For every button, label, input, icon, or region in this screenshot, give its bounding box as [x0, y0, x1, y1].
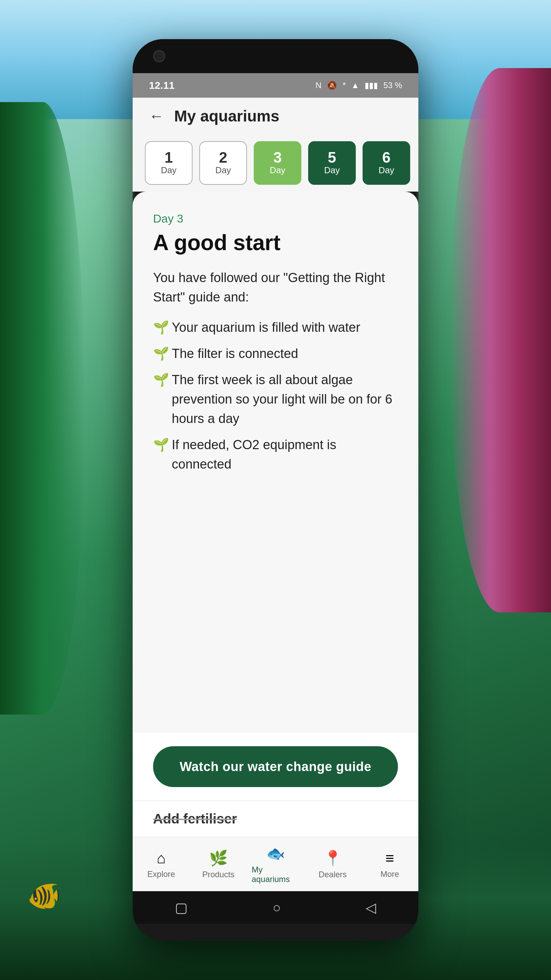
android-nav-bar: ▢ ○ ◁ — [133, 891, 418, 924]
day-tabs-container: 1 Day 2 Day 3 Day 5 Day 6 Day — [133, 134, 418, 192]
day-tab-6[interactable]: 6 Day — [362, 141, 410, 185]
plant-emoji-3: 🌱 — [153, 370, 169, 390]
watch-guide-button[interactable]: Watch our water change guide — [153, 746, 398, 787]
products-icon: 🌿 — [209, 850, 228, 867]
day-number-3: 3 — [273, 150, 282, 165]
day-number-1: 1 — [165, 150, 173, 165]
plant-emoji-4: 🌱 — [153, 435, 169, 455]
bullet-text-4: If needed, CO2 equipment is connected — [172, 435, 398, 474]
nav-item-more[interactable]: ≡ More — [366, 850, 414, 879]
day-label-2: Day — [215, 165, 231, 176]
day-label-1: Day — [161, 165, 176, 176]
android-home-button[interactable]: ○ — [272, 900, 281, 915]
day-label-3: Day — [270, 165, 285, 176]
day-number-5: 5 — [328, 150, 336, 165]
phone-frame: 12.11 N 🔕 * ▲ ▮▮▮ 53 % ← My aquariums 1 … — [133, 39, 418, 941]
fish-decoration: 🐠 — [27, 880, 61, 912]
bullet-item-1: 🌱 Your aquarium is filled with water — [153, 318, 398, 337]
day-label-5: Day — [324, 165, 340, 176]
nav-item-explore[interactable]: ⌂ Explore — [137, 850, 185, 879]
left-plant-decoration — [0, 102, 85, 714]
wifi-icon: ▲ — [351, 81, 359, 90]
day-tab-2[interactable]: 2 Day — [199, 141, 247, 185]
plant-emoji-2: 🌱 — [153, 344, 169, 363]
signal-icon: ▮▮▮ — [365, 81, 378, 90]
bullet-item-2: 🌱 The filter is connected — [153, 344, 398, 363]
bullet-text-2: The filter is connected — [172, 344, 298, 363]
nav-item-dealers[interactable]: 📍 Dealers — [309, 850, 356, 879]
plant-emoji-1: 🌱 — [153, 318, 169, 337]
day-tab-3[interactable]: 3 Day — [254, 141, 301, 185]
bullet-item-3: 🌱 The first week is all about algae prev… — [153, 370, 398, 428]
nav-label-explore: Explore — [147, 869, 175, 879]
day-number-2: 2 — [219, 150, 227, 165]
nav-label-my-aquariums: My aquariums — [252, 865, 299, 884]
status-time: 12.11 — [149, 80, 175, 91]
bullet-text-1: Your aquarium is filled with water — [172, 318, 360, 337]
back-button[interactable]: ← — [149, 108, 164, 124]
bullet-text-3: The first week is all about algae preven… — [172, 370, 398, 428]
bullet-item-4: 🌱 If needed, CO2 equipment is connected — [153, 435, 398, 474]
status-icons-group: N 🔕 * ▲ ▮▮▮ 53 % — [316, 81, 402, 90]
nav-label-dealers: Dealers — [319, 870, 347, 879]
watch-guide-label: Watch our water change guide — [179, 759, 372, 774]
bluetooth-icon: * — [343, 81, 346, 90]
app-header: ← My aquariums — [133, 98, 418, 134]
add-fertiliser-label: Add fertiliser — [153, 811, 237, 826]
bullet-list: 🌱 Your aquarium is filled with water 🌱 T… — [153, 318, 398, 481]
silent-icon: 🔕 — [327, 81, 337, 90]
android-back-button[interactable]: ◁ — [366, 900, 376, 915]
location-icon: 📍 — [324, 850, 342, 867]
battery-indicator: 53 % — [383, 81, 402, 90]
nav-item-products[interactable]: 🌿 Products — [195, 850, 242, 879]
nav-label-more: More — [381, 869, 399, 879]
day-label-6: Day — [379, 165, 394, 176]
aquarium-icon: 🐟 — [266, 845, 285, 862]
home-icon: ⌂ — [157, 850, 166, 867]
add-fertiliser-section: Add fertiliser — [133, 801, 418, 837]
day-number-6: 6 — [382, 150, 391, 165]
phone-top-bar — [133, 39, 418, 73]
phone-bottom-cap — [133, 924, 418, 941]
android-square-button[interactable]: ▢ — [175, 900, 188, 915]
day-tab-5[interactable]: 5 Day — [308, 141, 356, 185]
content-card: Day 3 A good start You have followed our… — [133, 192, 418, 733]
right-plant-decoration — [449, 68, 551, 612]
nav-label-products: Products — [202, 870, 235, 879]
bottom-navigation: ⌂ Explore 🌿 Products 🐟 My aquariums 📍 De… — [133, 837, 418, 891]
cta-area: Watch our water change guide — [133, 733, 418, 801]
card-title: A good start — [153, 231, 398, 255]
status-bar: 12.11 N 🔕 * ▲ ▮▮▮ 53 % — [133, 73, 418, 98]
page-title: My aquariums — [174, 107, 279, 125]
card-description: You have followed our "Getting the Right… — [153, 268, 398, 307]
front-camera — [153, 50, 165, 62]
card-day-label: Day 3 — [153, 212, 398, 225]
nav-item-my-aquariums[interactable]: 🐟 My aquariums — [252, 845, 299, 884]
more-icon: ≡ — [385, 850, 394, 867]
day-tab-1[interactable]: 1 Day — [145, 141, 192, 185]
nfc-icon: N — [316, 81, 321, 90]
